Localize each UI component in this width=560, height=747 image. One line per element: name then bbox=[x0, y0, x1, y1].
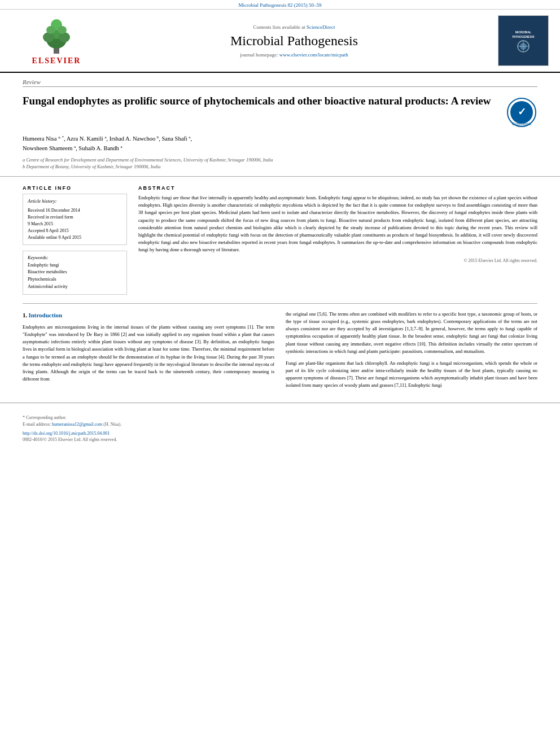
article-type-section: Review bbox=[0, 73, 560, 91]
authors-line: Humeera Nisa a, *, Azra N. Kamili a, Irs… bbox=[23, 134, 537, 154]
article-title-section: Fungal endophytes as prolific source of … bbox=[0, 91, 560, 128]
author-nowsheen: Nowsheen Shameem a, Suhaib A. Bandh a bbox=[23, 145, 123, 151]
page-container: Microbial Pathogenesis 82 (2015) 50–59 E… bbox=[0, 0, 560, 442]
journal-logo-box: MICROBIAL PATHOGENESIS bbox=[498, 15, 549, 66]
body-col-right: the original one [5,6]. The terms often … bbox=[286, 311, 537, 394]
svg-point-6 bbox=[46, 26, 55, 34]
copyright-line: © 2015 Elsevier Ltd. All rights reserved… bbox=[138, 258, 537, 263]
received-revised-label: Received in revised form bbox=[28, 214, 122, 221]
footnote-corresponding: * Corresponding author. bbox=[23, 414, 537, 422]
contents-line: Contents lists available at ScienceDirec… bbox=[102, 24, 487, 30]
svg-text:MICROBIAL: MICROBIAL bbox=[515, 30, 531, 34]
keyword-3: Phytochemicals bbox=[28, 276, 122, 283]
history-title: Article history: bbox=[28, 198, 122, 206]
body-content: 1. Introduction Endophytes are microorga… bbox=[0, 304, 560, 394]
elsevier-tree-icon bbox=[34, 16, 79, 55]
email-link[interactable]: humeranissa12@gmail.com bbox=[52, 422, 102, 427]
svg-point-7 bbox=[58, 26, 67, 34]
author-humeera: Humeera Nisa a, *, Azra N. Kamili a, Irs… bbox=[23, 136, 192, 142]
affiliation-2: b Department of Botany, University of Ka… bbox=[23, 163, 537, 171]
journal-header: ELSEVIER Contents lists available at Sci… bbox=[0, 10, 560, 73]
accepted-date: Accepted 8 April 2015 bbox=[28, 228, 122, 234]
article-title: Fungal endophytes as prolific source of … bbox=[23, 94, 506, 108]
keywords-title: Keywords: bbox=[28, 255, 122, 260]
journal-header-center: Contents lists available at ScienceDirec… bbox=[102, 24, 487, 58]
article-type-label: Review bbox=[23, 78, 537, 87]
intro-paragraph-1: Endophytes are microorganisms living in … bbox=[23, 324, 274, 383]
svg-text:✓: ✓ bbox=[518, 106, 526, 117]
journal-logo-image: MICROBIAL PATHOGENESIS bbox=[506, 27, 540, 55]
footer-section: * Corresponding author. E-mail address: … bbox=[0, 403, 560, 443]
keyword-2: Bioactive metabolites bbox=[28, 269, 122, 276]
journal-header-right: MICROBIAL PATHOGENESIS bbox=[487, 15, 549, 66]
introduction-heading: 1. Introduction bbox=[23, 311, 274, 320]
revised-date: 9 March 2015 bbox=[28, 221, 122, 228]
article-history-box: Article history: Received 16 December 20… bbox=[23, 194, 127, 245]
received-date: Received 16 December 2014 bbox=[28, 207, 122, 214]
journal-citation: Microbial Pathogenesis 82 (2015) 50–59 bbox=[239, 2, 322, 8]
journal-title: Microbial Pathogenesis bbox=[102, 33, 487, 49]
journal-homepage-line: journal homepage: www.elsevier.com/locat… bbox=[102, 52, 487, 58]
footnote-email: E-mail address: humeranissa12@gmail.com … bbox=[23, 421, 537, 429]
article-info-header: ARTICLE INFO bbox=[23, 185, 127, 191]
publisher-logo-area: ELSEVIER bbox=[11, 16, 102, 65]
keyword-1: Endophytic fungi bbox=[28, 262, 122, 269]
body-col-left: 1. Introduction Endophytes are microorga… bbox=[23, 311, 274, 394]
abstract-column: ABSTRACT Endophytic fungi are those that… bbox=[138, 185, 537, 295]
svg-text:CrossMark: CrossMark bbox=[512, 122, 531, 126]
intro-paragraph-3: Fungi are plant-like organisms that lack… bbox=[286, 360, 537, 390]
top-bar: Microbial Pathogenesis 82 (2015) 50–59 bbox=[0, 0, 560, 10]
crossmark-icon: ✓ CrossMark bbox=[506, 97, 537, 128]
sciencedirect-link[interactable]: ScienceDirect bbox=[307, 24, 335, 30]
homepage-link[interactable]: www.elsevier.com/locate/micpath bbox=[279, 52, 348, 58]
available-online: Available online 9 April 2015 bbox=[28, 234, 122, 241]
authors-section: Humeera Nisa a, *, Azra N. Kamili a, Irs… bbox=[0, 128, 560, 171]
article-info-column: ARTICLE INFO Article history: Received 1… bbox=[23, 185, 127, 295]
elsevier-logo: ELSEVIER bbox=[32, 16, 81, 65]
affiliation-1: a Centre of Research for Development and… bbox=[23, 156, 537, 164]
abstract-text: Endophytic fungi are those that live int… bbox=[138, 194, 537, 254]
keyword-4: Antimicrobial activity bbox=[28, 283, 122, 291]
elsevier-text: ELSEVIER bbox=[32, 56, 81, 65]
section-title: Introduction bbox=[28, 312, 62, 318]
intro-paragraph-2: the original one [5,6]. The terms often … bbox=[286, 311, 537, 355]
svg-point-5 bbox=[59, 32, 70, 42]
main-content-area: ARTICLE INFO Article history: Received 1… bbox=[0, 176, 560, 295]
keywords-box: Keywords: Endophytic fungi Bioactive met… bbox=[23, 251, 127, 295]
abstract-header: ABSTRACT bbox=[138, 185, 537, 191]
issn-line: 0882-4010/© 2015 Elsevier Ltd. All right… bbox=[23, 437, 537, 442]
svg-text:PATHOGENESIS: PATHOGENESIS bbox=[513, 35, 535, 38]
section-number: 1. bbox=[23, 312, 27, 318]
affiliations: a Centre of Research for Development and… bbox=[23, 156, 537, 171]
doi-line[interactable]: http://dx.doi.org/10.1016/j.micpath.2015… bbox=[23, 431, 537, 436]
svg-point-4 bbox=[43, 32, 54, 42]
crossmark-logo: ✓ CrossMark bbox=[506, 97, 537, 128]
